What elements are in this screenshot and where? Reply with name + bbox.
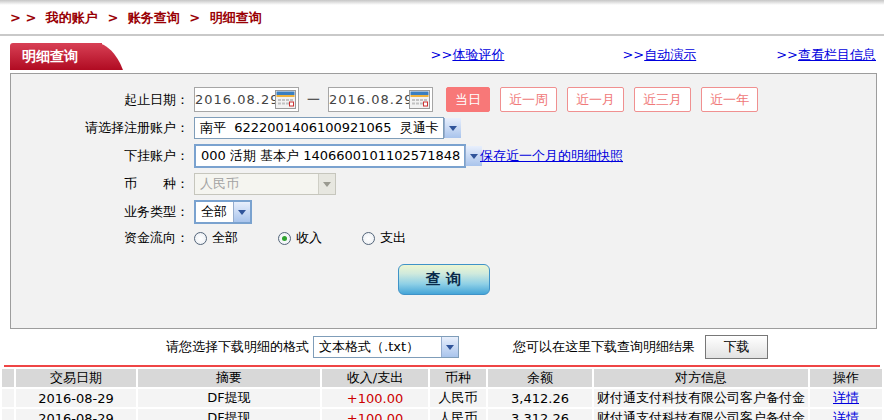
download-format-select[interactable]: 文本格式（.txt） [313, 336, 459, 358]
preset-last-month-button[interactable]: 近一月 [567, 87, 624, 112]
sub-account-label: 下挂账户： [11, 147, 194, 165]
preset-today-button[interactable]: 当日 [446, 87, 490, 112]
tab-bar: 明细查询 >>体验评价 >>自动演示 >>查看栏目信息 [0, 40, 884, 70]
detail-link[interactable]: 详情 [833, 410, 859, 420]
link-arrows: >> [622, 47, 644, 62]
fund-flow-option-expense[interactable]: 支出 [362, 229, 406, 247]
chevron-down-icon[interactable] [233, 202, 250, 222]
radio-icon[interactable] [362, 232, 375, 245]
detail-link[interactable]: 详情 [833, 390, 859, 405]
top-links: >>体验评价 >>自动演示 >>查看栏目信息 [431, 46, 876, 64]
calendar-icon[interactable] [275, 90, 296, 109]
header-balance: 余额 [488, 369, 592, 387]
download-format-label: 请您选择下载明细的格式 [166, 338, 309, 356]
save-snapshot-link[interactable]: 保存近一个月的明细快照 [480, 147, 623, 165]
date-range-row: 起止日期： 2016.08.29 一 2016.08.29 [11, 87, 876, 112]
breadcrumb-item-my-account[interactable]: 我的账户 [46, 10, 98, 25]
download-button[interactable]: 下载 [705, 335, 768, 359]
business-type-label: 业务类型： [11, 203, 194, 221]
fund-flow-option-all[interactable]: 全部 [194, 229, 238, 247]
radio-checked-icon[interactable] [278, 232, 291, 245]
download-hint: 您可以在这里下载查询明细结果 [513, 338, 695, 356]
cell-balance: 3,412.26 [488, 389, 592, 407]
currency-row: 币 种： 人民币 [11, 173, 876, 195]
table-row: 2016-08-29 DF提现 +100.00 人民币 3,312.26 财付通… [2, 409, 882, 420]
header-date: 交易日期 [16, 369, 136, 387]
query-button-row: 查 询 [11, 264, 876, 295]
start-date-input[interactable]: 2016.08.29 [194, 87, 299, 112]
preset-last-3-months-button[interactable]: 近三月 [634, 87, 691, 112]
transactions-table: 交易日期 摘要 收入/支出 币种 余额 对方信息 操作 2016-08-29 D… [0, 367, 884, 420]
cell-spacer [2, 409, 14, 420]
date-range-label: 起止日期： [11, 91, 194, 109]
registered-account-row: 请选择注册账户： 南平 6222001406100921065 灵通卡 [11, 117, 876, 139]
breadcrumb-separator: > [189, 10, 200, 25]
breadcrumb-item-detail-query[interactable]: 明细查询 [210, 10, 262, 25]
cell-spacer [2, 389, 14, 407]
breadcrumb-separator: > [107, 10, 118, 25]
header-action: 操作 [810, 369, 882, 387]
currency-select: 人民币 [194, 173, 336, 195]
table-header-row: 交易日期 摘要 收入/支出 币种 余额 对方信息 操作 [2, 369, 882, 387]
header-counterparty: 对方信息 [594, 369, 808, 387]
registered-account-label: 请选择注册账户： [11, 119, 194, 137]
business-type-row: 业务类型： 全部 [11, 200, 876, 224]
query-button[interactable]: 查 询 [398, 264, 490, 295]
fund-flow-label: 资金流向： [11, 229, 194, 247]
header-spacer [2, 369, 14, 387]
end-date-value[interactable]: 2016.08.29 [329, 92, 409, 107]
chevron-down-icon [318, 174, 335, 194]
sub-account-select[interactable]: 000 活期 基本户 1406600101102571848 [194, 144, 466, 168]
sub-account-row: 下挂账户： 000 活期 基本户 1406600101102571848 保存近… [11, 144, 876, 168]
preset-last-year-button[interactable]: 近一年 [701, 87, 758, 112]
breadcrumb-divider [0, 34, 884, 36]
radio-icon[interactable] [194, 232, 207, 245]
header-amount: 收入/支出 [322, 369, 428, 387]
tab-label: 明细查询 [22, 48, 78, 66]
cell-counterparty: 财付通支付科技有限公司客户备付金 [594, 389, 808, 407]
table-row: 2016-08-29 DF提现 +100.00 人民币 3,412.26 财付通… [2, 389, 882, 407]
date-dash: 一 [307, 91, 320, 109]
cell-summary: DF提现 [138, 409, 320, 420]
business-type-select[interactable]: 全部 [194, 200, 252, 224]
cell-currency: 人民币 [430, 409, 486, 420]
cell-amount: +100.00 [322, 389, 428, 407]
calendar-icon[interactable] [409, 90, 430, 109]
tab-detail-query[interactable]: 明细查询 [10, 43, 102, 70]
cell-date: 2016-08-29 [16, 389, 136, 407]
download-row: 请您选择下载明细的格式 文本格式（.txt） 您可以在这里下载查询明细结果 下载 [0, 329, 884, 365]
cell-balance: 3,312.26 [488, 409, 592, 420]
cell-counterparty: 财付通支付科技有限公司客户备付金 [594, 409, 808, 420]
cell-summary: DF提现 [138, 389, 320, 407]
breadcrumb-item-account-query[interactable]: 账务查询 [128, 10, 180, 25]
preset-last-week-button[interactable]: 近一周 [500, 87, 557, 112]
cell-action: 详情 [810, 409, 882, 420]
fund-flow-row: 资金流向： 全部 收入 支出 [11, 229, 876, 247]
breadcrumb-prefix: > > [10, 10, 36, 25]
breadcrumb: > > 我的账户 > 账务查询 > 明细查询 [0, 5, 884, 32]
cell-currency: 人民币 [430, 389, 486, 407]
chevron-down-icon[interactable] [444, 118, 461, 138]
chevron-down-icon[interactable] [441, 337, 458, 357]
cell-date: 2016-08-29 [16, 409, 136, 420]
link-auto-demo[interactable]: >>自动演示 [622, 46, 696, 64]
link-experience-review[interactable]: >>体验评价 [431, 46, 505, 64]
end-date-input[interactable]: 2016.08.29 [328, 87, 433, 112]
currency-label: 币 种： [11, 175, 194, 193]
fund-flow-option-income[interactable]: 收入 [278, 229, 322, 247]
cell-amount: +100.00 [322, 409, 428, 420]
registered-account-select[interactable]: 南平 6222001406100921065 灵通卡 [194, 117, 444, 139]
header-summary: 摘要 [138, 369, 320, 387]
link-arrows: >> [431, 47, 453, 62]
cell-action: 详情 [810, 389, 882, 407]
header-currency: 币种 [430, 369, 486, 387]
query-form: 起止日期： 2016.08.29 一 2016.08.29 [10, 73, 877, 329]
link-arrows: >> [776, 47, 798, 62]
start-date-value[interactable]: 2016.08.29 [195, 92, 275, 107]
link-view-column-info[interactable]: >>查看栏目信息 [776, 46, 876, 64]
